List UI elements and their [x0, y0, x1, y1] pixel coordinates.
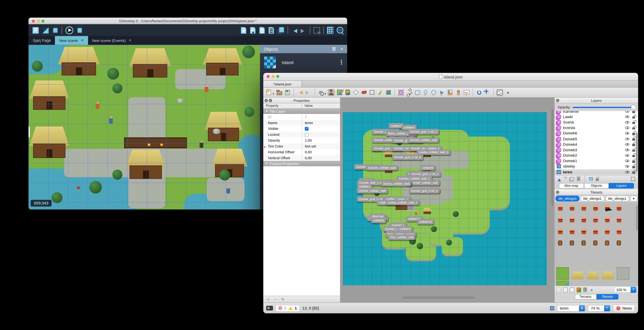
- rotate-icon[interactable]: [476, 89, 482, 96]
- tileset-tile[interactable]: [586, 271, 599, 279]
- lock-icon[interactable]: [632, 111, 635, 113]
- remove-layer-icon[interactable]: [577, 177, 580, 181]
- visibility-icon[interactable]: [625, 159, 629, 163]
- tileset-tile[interactable]: [605, 217, 610, 222]
- tileset-tile[interactable]: [558, 217, 562, 222]
- zoom-button[interactable]: [42, 19, 44, 22]
- visibility-icon[interactable]: [625, 120, 629, 124]
- project-manager-icon[interactable]: [32, 26, 39, 34]
- edit-tileset-icon[interactable]: [570, 287, 574, 292]
- map-horizontal-scrollbar[interactable]: [402, 297, 475, 299]
- object-label[interactable]: Kamien_collider_wall: [366, 165, 398, 170]
- chevron-down-icon[interactable]: [604, 305, 610, 311]
- message-counters[interactable]: ! 0 1: [276, 305, 300, 312]
- tileset-tile[interactable]: [582, 205, 586, 211]
- property-row[interactable]: Opacity1,00: [263, 137, 340, 143]
- object-label[interactable]: collider10: [417, 219, 434, 224]
- layer-row-selected[interactable]: teren: [554, 169, 638, 175]
- kebab-menu-icon[interactable]: [340, 59, 343, 65]
- tab-terrains[interactable]: Terrains: [574, 294, 596, 300]
- tileset-tab[interactable]: tile_vikings1: [605, 196, 629, 201]
- slider-knob[interactable]: [631, 105, 636, 110]
- deselect-icon[interactable]: [314, 27, 320, 33]
- float-panel-icon[interactable]: ◳: [556, 191, 559, 194]
- tiled-titlebar[interactable]: island.json: [263, 73, 638, 81]
- bucket-fill-icon[interactable]: [344, 89, 351, 96]
- rectangular-select-icon[interactable]: [369, 89, 376, 96]
- minimize-button[interactable]: [37, 19, 40, 22]
- edit-polygons-icon[interactable]: [406, 89, 412, 96]
- lower-layer-icon[interactable]: [564, 177, 567, 181]
- lock-icon[interactable]: [632, 116, 635, 118]
- lock-icon[interactable]: [632, 133, 635, 135]
- instances-list-icon[interactable]: [268, 26, 274, 34]
- layer-row[interactable]: Domek3: [554, 147, 638, 153]
- layer-row[interactable]: Domek1: [554, 158, 638, 164]
- tileset-tile[interactable]: [558, 229, 562, 234]
- object-label[interactable]: collider6: [420, 165, 435, 170]
- lock-layer-icon[interactable]: [596, 178, 599, 181]
- object-list-item[interactable]: Island: [260, 53, 347, 72]
- disclosure-icon[interactable]: [264, 146, 267, 148]
- tab-tilesets[interactable]: Tilesets: [596, 294, 618, 300]
- tileset-tab-overflow-icon[interactable]: ▾: [630, 196, 637, 201]
- tileset-tile[interactable]: [605, 229, 610, 234]
- toggle-grid-icon[interactable]: [327, 26, 334, 34]
- object-label[interactable]: collider8: [371, 218, 386, 223]
- objects-list-icon[interactable]: [250, 26, 256, 34]
- close-button[interactable]: [267, 75, 270, 78]
- visibility-icon[interactable]: [625, 126, 629, 130]
- lock-icon[interactable]: [632, 160, 635, 163]
- remove-property-icon[interactable]: −: [274, 297, 276, 302]
- visibility-icon[interactable]: [625, 154, 629, 157]
- layer-row[interactable]: obiekty: [554, 164, 638, 169]
- tileset-grid[interactable]: [554, 202, 638, 286]
- lock-icon[interactable]: [632, 155, 635, 157]
- duplicate-layer-icon[interactable]: [570, 177, 574, 181]
- filter-icon[interactable]: [332, 47, 336, 51]
- layer-row[interactable]: Lawki: [554, 114, 638, 119]
- minimize-button[interactable]: [272, 75, 274, 78]
- tab-start-page[interactable]: Śţàŕţ Ƥàĝē: [28, 36, 55, 45]
- open-file-icon[interactable]: [276, 89, 282, 96]
- visibility-icon[interactable]: [625, 137, 629, 141]
- tab-new-scene-events[interactable]: New scene (Events)✕: [88, 36, 136, 45]
- tileset-tile[interactable]: [556, 267, 569, 280]
- tileset-zoom-select[interactable]: 100 %: [614, 287, 636, 293]
- object-label[interactable]: Domek_graf_5 raf_6: [409, 188, 440, 193]
- object-label[interactable]: Domek_collider_wall: [357, 188, 388, 193]
- layer-row[interactable]: Scena: [554, 119, 638, 125]
- layer-row[interactable]: Domek4: [554, 142, 638, 147]
- insert-template-icon[interactable]: [455, 89, 462, 96]
- insert-tile-icon[interactable]: [447, 89, 454, 96]
- object-label[interactable]: Scena_collider_wall: [381, 181, 411, 186]
- layer-row[interactable]: Domek2: [554, 153, 638, 158]
- console-icon[interactable]: [266, 306, 273, 310]
- shape-fill-icon[interactable]: [352, 89, 359, 96]
- object-label[interactable]: Thor_collider_wall: [388, 235, 416, 240]
- terrain-brush-icon[interactable]: [336, 89, 343, 96]
- insert-text-icon[interactable]: Abc: [463, 89, 470, 96]
- group-custom-properties[interactable]: Custom Properties: [263, 161, 340, 166]
- tileset-tile[interactable]: [570, 205, 574, 211]
- tab-mini-map[interactable]: Mini-map: [559, 183, 584, 189]
- close-panel-icon[interactable]: ✕: [340, 47, 343, 51]
- insert-point-icon[interactable]: [422, 89, 429, 96]
- document-tab[interactable]: *island.json: [263, 81, 302, 87]
- object-label[interactable]: collider7: [389, 123, 404, 128]
- tileset-tile[interactable]: [593, 240, 598, 245]
- object-label[interactable]: Lawka_collider_wall_2: [417, 149, 450, 155]
- dropdown-arrow-icon[interactable]: ▾: [273, 92, 274, 95]
- zoom-original-icon[interactable]: 1:1: [337, 27, 343, 33]
- undo-icon[interactable]: [291, 29, 297, 33]
- current-layer-select[interactable]: teren: [557, 305, 585, 312]
- layer-row[interactable]: Domek6: [554, 131, 638, 136]
- tileset-tile[interactable]: [602, 271, 614, 279]
- move-icon[interactable]: [484, 89, 490, 96]
- layers-list-icon[interactable]: [278, 26, 284, 34]
- tileset-tile[interactable]: [558, 240, 562, 245]
- tileset-toolbar-overflow-icon[interactable]: »: [589, 287, 594, 292]
- visibility-icon[interactable]: [625, 131, 629, 135]
- object-label[interactable]: Lawka_collider_wall_1: [386, 200, 419, 205]
- lock-icon[interactable]: [632, 166, 635, 168]
